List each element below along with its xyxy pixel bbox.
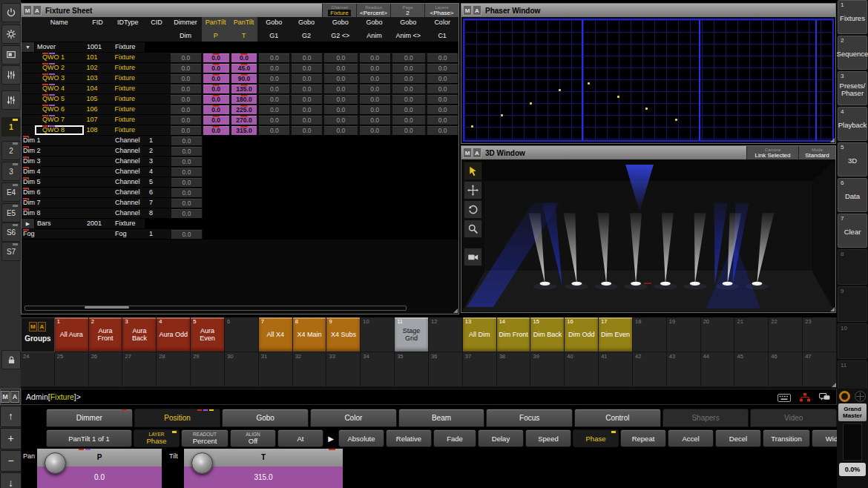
value-p[interactable]: 0.0: [203, 95, 229, 104]
phaser-step-point[interactable]: [530, 102, 532, 105]
value-anim[interactable]: 0.0: [360, 74, 390, 83]
group-row[interactable]: ▶Bars2001Fixture: [22, 219, 458, 229]
group-cell-12[interactable]: 12: [429, 317, 463, 352]
value-animx[interactable]: 0.0: [392, 74, 426, 83]
screen-button-E4[interactable]: E4: [1, 182, 21, 202]
select-cursor-icon[interactable]: [464, 162, 482, 180]
column-header-Name[interactable]: Name: [35, 17, 84, 42]
channel-row[interactable]: Dim 5Channel50.0: [22, 177, 458, 188]
channel-row[interactable]: FogFog10.0: [22, 229, 458, 240]
resize-handle-icon[interactable]: [830, 138, 835, 142]
value-g2x[interactable]: 0.0: [324, 85, 358, 93]
value-g2[interactable]: 0.0: [292, 95, 322, 104]
scroll-down-button[interactable]: ↓: [0, 472, 22, 488]
fixture-row[interactable]: QWO 5105Fixture0.00.0180.00.00.00.00.00.…: [22, 94, 458, 105]
feature-tab-shapers[interactable]: Shapers: [662, 409, 749, 427]
value-p[interactable]: 0.0: [203, 105, 229, 114]
value-dim[interactable]: 0.0: [171, 105, 201, 114]
value-c1[interactable]: 0.0: [427, 126, 458, 135]
column-header-C1[interactable]: ColorC1: [426, 17, 458, 42]
fixture-row[interactable]: QWO 7107Fixture0.00.0270.00.00.00.00.00.…: [22, 115, 458, 125]
column-header-IDType[interactable]: IDType: [111, 17, 144, 42]
group-cell-19[interactable]: 19: [667, 317, 701, 352]
group-cell-39[interactable]: 39: [530, 352, 565, 387]
channel-row[interactable]: Dim 1Channel10.0: [22, 136, 458, 146]
mode-select-button[interactable]: Mode Standard: [798, 146, 835, 159]
network-alert-icon[interactable]: [800, 393, 810, 402]
encoder-button-relative[interactable]: Relative: [386, 429, 432, 447]
group-cell-8[interactable]: 8X4 Main: [293, 317, 327, 352]
group-cell-29[interactable]: 29: [191, 352, 225, 387]
group-cell-26[interactable]: 26: [89, 352, 123, 387]
group-cell-32[interactable]: 32: [293, 352, 327, 387]
value-t[interactable]: 225.0: [231, 105, 257, 114]
value-g2[interactable]: 0.0: [292, 126, 322, 135]
screen-button-3[interactable]: 3: [1, 162, 21, 181]
column-header-Anim[interactable]: GoboAnim: [358, 17, 391, 42]
value-g1[interactable]: 0.0: [259, 85, 289, 93]
value-g2[interactable]: 0.0: [292, 53, 322, 62]
value-dim[interactable]: 0.0: [171, 64, 201, 73]
group-cell-3[interactable]: 3Aura Back: [122, 317, 157, 352]
value-g2[interactable]: 0.0: [292, 116, 322, 125]
value-c1[interactable]: 0.0: [427, 95, 458, 104]
value-t[interactable]: 90.0: [231, 74, 257, 83]
group-cell-37[interactable]: 37: [463, 352, 497, 387]
column-header-arrow[interactable]: [22, 17, 35, 42]
resize-handle-icon[interactable]: [830, 307, 835, 311]
expand-collapse-icon[interactable]: ▶: [22, 219, 35, 228]
value-dim[interactable]: 0.0: [171, 136, 202, 145]
phaser-step-point[interactable]: [645, 108, 648, 110]
value-g1[interactable]: 0.0: [259, 126, 289, 135]
groups-pool-header[interactable]: MAGroups: [21, 317, 55, 352]
value-g1[interactable]: 0.0: [259, 74, 289, 83]
resize-handle-icon[interactable]: [453, 309, 458, 313]
value-t[interactable]: 135.0: [231, 85, 257, 93]
titlebar-button-page[interactable]: Page2: [390, 4, 424, 17]
value-animx[interactable]: 0.0: [392, 95, 426, 104]
encoder-button-off[interactable]: ALIGNOff: [230, 429, 276, 447]
value-animx[interactable]: 0.0: [392, 126, 426, 135]
faders-icon[interactable]: [1, 65, 21, 85]
group-cell-13[interactable]: 13All Dim: [463, 317, 497, 352]
fixture-row[interactable]: QWO 2102Fixture0.00.045.00.00.00.00.00.0…: [22, 63, 458, 73]
value-animx[interactable]: 0.0: [392, 116, 426, 125]
encoders-icon[interactable]: [1, 90, 21, 110]
value-dim[interactable]: 0.0: [171, 209, 202, 218]
group-cell-38[interactable]: 38: [497, 352, 531, 387]
value-animx[interactable]: 0.0: [392, 105, 426, 114]
group-cell-4[interactable]: 4Aura Odd: [157, 317, 191, 352]
group-cell-2[interactable]: 2Aura Front: [89, 317, 123, 352]
value-g1[interactable]: 0.0: [259, 116, 289, 125]
group-row[interactable]: ▼Mover1001Fixture: [22, 42, 458, 53]
encoder-button-phase[interactable]: LAYERPhase: [134, 429, 180, 447]
value-c1[interactable]: 0.0: [427, 85, 458, 93]
group-cell-5[interactable]: 5Aura Even: [191, 317, 225, 352]
group-cell-24[interactable]: 24: [21, 352, 55, 387]
globe-icon[interactable]: [855, 391, 866, 402]
encoder-button-phase[interactable]: Phase: [573, 429, 619, 447]
group-cell-16[interactable]: 16Dim Odd: [565, 317, 599, 352]
encoder-button-accel[interactable]: Accel: [668, 429, 714, 447]
orbit-rotate-icon[interactable]: [464, 200, 482, 219]
value-animx[interactable]: 0.0: [392, 85, 426, 93]
gear-icon[interactable]: [1, 24, 21, 44]
feature-tab-focus[interactable]: Focus: [486, 409, 573, 427]
lock-icon[interactable]: [1, 350, 21, 369]
group-cell-31[interactable]: 31: [259, 352, 293, 387]
fixture-row[interactable]: QWO 1101Fixture0.00.00.00.00.00.00.00.00…: [22, 53, 458, 63]
column-header-P[interactable]: PanTiltP: [202, 17, 230, 42]
value-p[interactable]: 0.0: [203, 74, 229, 83]
feature-tab-dimmer[interactable]: Dimmer: [46, 409, 133, 427]
phaser-step-point[interactable]: [617, 96, 619, 98]
zoom-in-button[interactable]: +: [0, 428, 22, 449]
chat-icon[interactable]: [819, 393, 830, 402]
column-header-G1[interactable]: GoboG1: [257, 17, 290, 42]
value-dim[interactable]: 0.0: [171, 168, 202, 177]
power-icon[interactable]: [1, 3, 21, 22]
three-d-titlebar[interactable]: MA 3D Window Camera Link Selected Mode S…: [461, 146, 835, 159]
channel-row[interactable]: Dim 2Channel20.0: [22, 146, 458, 156]
group-cell-42[interactable]: 42: [633, 352, 667, 387]
value-c1[interactable]: 0.0: [427, 105, 458, 114]
group-cell-7[interactable]: 7All X4: [259, 317, 293, 352]
